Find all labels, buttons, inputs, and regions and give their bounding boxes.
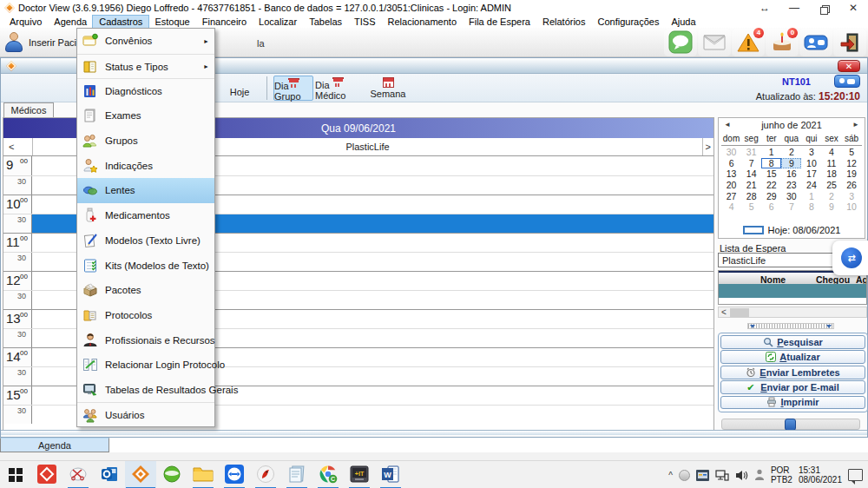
- calendar-day[interactable]: 4: [821, 147, 841, 158]
- view-semana-button[interactable]: Semana: [369, 76, 407, 101]
- calendar-day[interactable]: 27: [721, 191, 741, 202]
- calendar-day[interactable]: 10: [801, 158, 821, 169]
- mail-button[interactable]: [698, 29, 731, 56]
- tab-agenda[interactable]: Agenda: [0, 438, 109, 452]
- view-dia-medico-button[interactable]: Dia Médico: [315, 76, 360, 101]
- calendar-day[interactable]: 2: [781, 147, 801, 158]
- menu-item-usuários[interactable]: Usuários: [77, 402, 214, 427]
- scroll-left-arrow[interactable]: <: [721, 307, 727, 317]
- menubar-item-fila-de-espera[interactable]: Fila de Espera: [463, 16, 536, 28]
- menu-item-modelos-texto-livre-[interactable]: Modelos (Texto Livre): [77, 228, 214, 254]
- next-column-button[interactable]: >: [706, 142, 711, 152]
- calendar-day[interactable]: 30: [721, 147, 741, 158]
- menubar-item-tiss[interactable]: TISS: [348, 16, 381, 28]
- restore-button[interactable]: [809, 2, 838, 14]
- calendar-day[interactable]: 8: [801, 201, 821, 213]
- red-app[interactable]: [31, 461, 62, 488]
- agenda-close-button[interactable]: ✕: [838, 60, 860, 72]
- menu-item-indicações[interactable]: Indicações: [77, 153, 214, 178]
- menu-item-status-e-tipos[interactable]: Status e Tipos►: [77, 54, 214, 79]
- zoom-slider[interactable]: [721, 419, 860, 430]
- alerts-button[interactable]: 4: [732, 29, 765, 56]
- calendar-day[interactable]: 22: [761, 180, 781, 191]
- calendar-day-today[interactable]: 8: [761, 158, 781, 169]
- hoje-button[interactable]: Hoje: [220, 77, 260, 99]
- menubar-item-relatórios[interactable]: Relatórios: [536, 16, 592, 28]
- menu-item-lentes[interactable]: Lentes: [77, 178, 214, 203]
- calendar-day[interactable]: 3: [801, 147, 821, 158]
- atualizar-button[interactable]: Atualizar: [720, 350, 865, 364]
- tit-app[interactable]: +IT: [344, 461, 375, 488]
- menu-item-tabelas-de-resultados-gerais[interactable]: Tabelas de Resultados Gerais: [77, 378, 214, 403]
- menu-item-pacotes[interactable]: Pacotes: [77, 278, 214, 303]
- calendar-day[interactable]: 28: [741, 191, 761, 202]
- calendar-day-selected[interactable]: 9: [781, 158, 801, 169]
- calendar-day[interactable]: 18: [821, 168, 841, 180]
- snipping-tool[interactable]: [62, 461, 94, 488]
- outlook[interactable]: [94, 461, 125, 488]
- calendar-day[interactable]: 10: [842, 201, 862, 213]
- calendar-day[interactable]: 15: [761, 168, 781, 180]
- speaker-icon[interactable]: [735, 470, 748, 481]
- calendar-day[interactable]: 30: [781, 191, 801, 202]
- menu-item-diagnósticos[interactable]: Diagnósticos: [77, 78, 214, 103]
- scrollbar-thumb[interactable]: [730, 308, 749, 317]
- calendar-day[interactable]: 11: [821, 158, 841, 169]
- menubar-item-arquivo[interactable]: Arquivo: [3, 16, 48, 28]
- view-dia-grupo-button[interactable]: Dia Grupo: [273, 76, 313, 101]
- slider-thumb[interactable]: [785, 419, 796, 431]
- menubar-item-estoque[interactable]: Estoque: [148, 16, 195, 28]
- teamviewer-overlay[interactable]: ⇄: [832, 241, 868, 275]
- menubar-item-financeiro[interactable]: Financeiro: [196, 16, 253, 28]
- menubar-item-agenda[interactable]: Agenda: [48, 16, 93, 28]
- calendar-next-button[interactable]: ►: [852, 121, 859, 129]
- calendar-day[interactable]: 26: [842, 180, 862, 191]
- exit-button[interactable]: [833, 29, 866, 56]
- menu-item-protocolos[interactable]: Protocolos: [77, 303, 214, 328]
- calendar-day[interactable]: 5: [741, 201, 761, 213]
- birthdays-button[interactable]: 0: [766, 29, 799, 56]
- waitlist-dropdown[interactable]: PlasticLife ▼: [718, 253, 846, 267]
- imprimir-button[interactable]: Imprimir: [720, 396, 865, 410]
- calendar-day[interactable]: 23: [781, 180, 801, 191]
- calendar-day[interactable]: 7: [781, 201, 801, 213]
- word[interactable]: W: [375, 461, 406, 488]
- start-button[interactable]: [0, 461, 31, 488]
- calendar-day[interactable]: 3: [842, 191, 862, 202]
- calendar-day[interactable]: 13: [721, 168, 741, 180]
- menu-item-relacionar-login-protocolo[interactable]: Relacionar Login Protocolo: [77, 353, 214, 378]
- doctor-view[interactable]: [125, 461, 156, 488]
- menu-item-exames[interactable]: Exames: [77, 103, 214, 129]
- calendar-day[interactable]: 9: [821, 201, 841, 213]
- contacts-button[interactable]: [799, 29, 832, 56]
- calendar-day[interactable]: 21: [741, 180, 761, 191]
- menubar-item-configurações[interactable]: Configurações: [591, 16, 665, 28]
- calendar-day[interactable]: 1: [801, 191, 821, 202]
- menu-item-convênios[interactable]: Convênios►: [77, 29, 214, 54]
- calendar-day[interactable]: 6: [761, 201, 781, 213]
- person-tray-icon[interactable]: [754, 469, 765, 481]
- action-center-icon[interactable]: [848, 469, 863, 481]
- chat-button[interactable]: [664, 29, 697, 56]
- tray-chevron-icon[interactable]: ^: [668, 471, 673, 480]
- pesquisar-button[interactable]: Pesquisar: [720, 335, 865, 349]
- prev-column-button[interactable]: <: [9, 142, 14, 152]
- green-app[interactable]: [156, 461, 187, 488]
- menu-item-medicamentos[interactable]: Medicamentos: [77, 203, 214, 228]
- network-icon[interactable]: [715, 470, 729, 481]
- calendar-day[interactable]: 20: [721, 180, 741, 191]
- calendar-day[interactable]: 1: [761, 147, 781, 158]
- calendar-day[interactable]: 6: [721, 158, 741, 169]
- tray-app-icon[interactable]: [696, 470, 709, 481]
- calendar-day[interactable]: 7: [741, 158, 761, 169]
- calendar-day[interactable]: 16: [781, 168, 801, 180]
- chrome[interactable]: C: [312, 461, 344, 488]
- enviar-lembretes-button[interactable]: Enviar Lembretes: [720, 366, 865, 379]
- panel-splitter[interactable]: [747, 323, 834, 329]
- calendar-day[interactable]: 29: [761, 191, 781, 202]
- calendar-day[interactable]: 19: [842, 168, 862, 180]
- notepad[interactable]: [281, 461, 312, 488]
- menubar-item-tabelas[interactable]: Tabelas: [303, 16, 348, 28]
- calendar-day[interactable]: 17: [801, 168, 821, 180]
- calendar-day[interactable]: 25: [821, 180, 841, 191]
